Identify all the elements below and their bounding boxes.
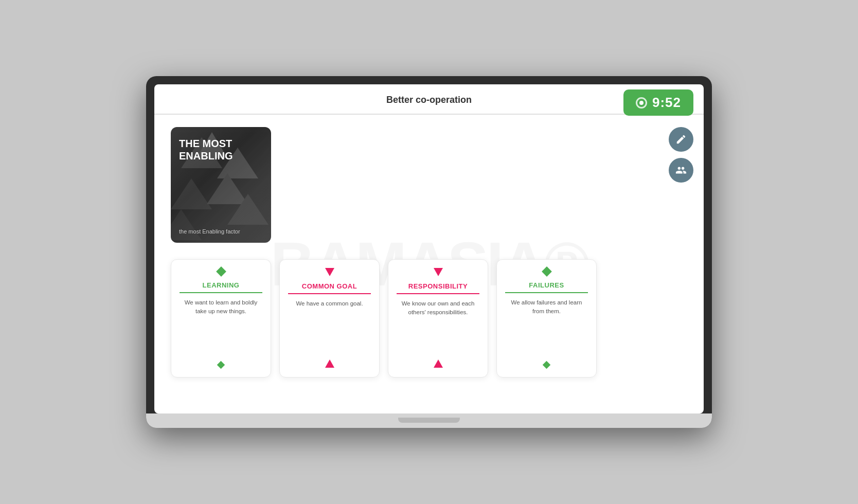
common-goal-card[interactable]: COMMON GOAL We have a common goal.	[279, 259, 380, 377]
laptop-frame: Better co-operation 9:52 BAMASIA®	[146, 76, 712, 428]
common-goal-bottom-icon	[325, 359, 334, 370]
common-goal-text: We have a common goal.	[296, 299, 363, 356]
users-icon	[675, 165, 687, 176]
top-row: THE MOST ENABLING the most Enabling fact…	[171, 127, 687, 259]
side-actions	[669, 127, 693, 183]
page-title: Better co-operation	[386, 95, 472, 105]
cards-row: LEARNING We want to learn and boldly tak…	[171, 259, 687, 377]
feature-card-title: THE MOST ENABLING	[179, 137, 263, 162]
responsibility-title: RESPONSIBILITY	[408, 282, 468, 290]
failures-bottom-icon	[544, 361, 549, 370]
feature-card[interactable]: THE MOST ENABLING the most Enabling fact…	[171, 127, 271, 243]
responsibility-top-icon	[434, 268, 443, 278]
common-goal-divider	[288, 293, 371, 294]
timer-badge: 9:52	[623, 89, 693, 116]
learning-top-icon	[218, 268, 225, 277]
responsibility-text: We know our own and each others' respons…	[397, 299, 479, 356]
timer-icon	[636, 97, 647, 109]
failures-top-icon	[543, 268, 550, 277]
learning-card[interactable]: LEARNING We want to learn and boldly tak…	[171, 259, 271, 377]
laptop-notch	[398, 418, 460, 423]
learning-divider	[180, 292, 262, 293]
learning-bottom-icon	[218, 361, 224, 370]
laptop-screen: Better co-operation 9:52 BAMASIA®	[154, 84, 704, 413]
failures-text: We allow failures and learn from them.	[505, 298, 588, 357]
svg-marker-2	[171, 178, 212, 209]
users-button[interactable]	[669, 158, 693, 183]
common-goal-title: COMMON GOAL	[302, 282, 357, 290]
laptop-base	[146, 413, 712, 428]
responsibility-divider	[397, 293, 479, 294]
failures-title: FAILURES	[529, 281, 564, 289]
main-content: BAMASIA®	[154, 115, 704, 413]
failures-card[interactable]: FAILURES We allow failures and learn fro…	[496, 259, 597, 377]
responsibility-card[interactable]: RESPONSIBILITY We know our own and each …	[388, 259, 488, 377]
header: Better co-operation 9:52	[154, 84, 704, 115]
timer-display: 9:52	[652, 95, 681, 111]
common-goal-top-icon	[325, 268, 334, 278]
feature-card-subtitle: the most Enabling factor	[179, 228, 263, 235]
learning-text: We want to learn and boldly take up new …	[180, 298, 262, 357]
responsibility-bottom-icon	[434, 359, 443, 370]
failures-divider	[505, 292, 588, 293]
edit-button[interactable]	[669, 127, 693, 152]
svg-marker-5	[171, 209, 202, 240]
pencil-icon	[675, 134, 687, 145]
learning-title: LEARNING	[203, 281, 240, 289]
